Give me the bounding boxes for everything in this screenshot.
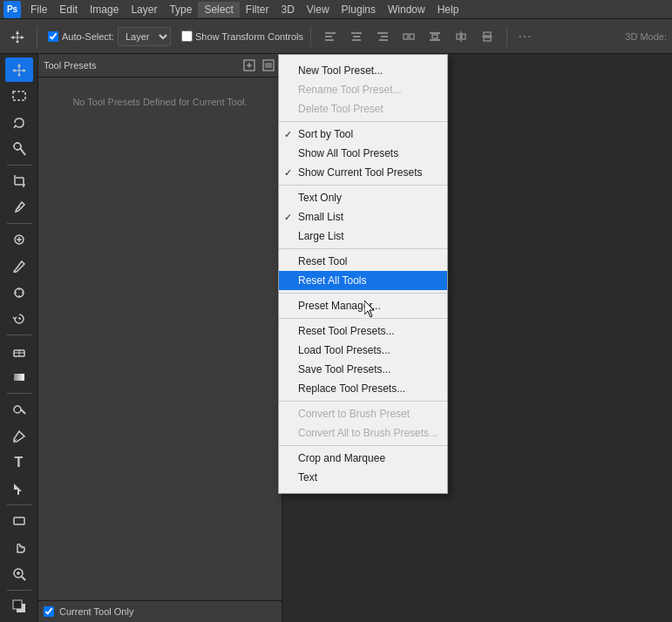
svg-rect-12 (430, 32, 440, 34)
tool-zoom[interactable] (5, 562, 33, 586)
gradient-icon (11, 369, 27, 385)
distribute-icon-4 (480, 30, 494, 44)
menu-item-5-3[interactable]: Replace Tool Presets... (279, 379, 447, 398)
menu-item-3-0[interactable]: Reset Tool (279, 252, 447, 271)
current-tool-only-checkbox[interactable] (44, 606, 54, 617)
tool-hand[interactable] (5, 535, 33, 559)
menu-view[interactable]: View (301, 2, 336, 17)
svg-line-49 (21, 409, 25, 414)
distribute-btn-3[interactable] (449, 24, 473, 49)
svg-rect-17 (462, 34, 465, 39)
menu-item-2-1[interactable]: ✓Small List (279, 207, 447, 226)
menu-filter[interactable]: Filter (240, 2, 275, 17)
menu-item-label: New Tool Preset... (298, 64, 383, 77)
tool-heal[interactable] (5, 227, 33, 252)
menu-plugins[interactable]: Plugins (336, 2, 382, 17)
magic-wand-icon (11, 141, 27, 157)
tool-crop[interactable] (5, 169, 33, 193)
menu-edit[interactable]: Edit (53, 2, 84, 17)
tool-sep-5 (7, 504, 31, 505)
tool-eraser[interactable] (5, 339, 33, 363)
menu-image[interactable]: Image (84, 2, 125, 17)
menu-item-0-0[interactable]: New Tool Preset... (279, 61, 447, 80)
transform-controls-group: Show Transform Controls (181, 30, 303, 42)
marquee-tool-icon (11, 88, 27, 104)
tool-pen[interactable] (5, 424, 33, 449)
3d-mode-label: 3D Mode: (625, 31, 667, 42)
preset-new-btn[interactable] (241, 57, 257, 73)
menu-3d[interactable]: 3D (275, 2, 300, 17)
menu-item-4-0[interactable]: Preset Manager... (279, 296, 447, 315)
menu-window[interactable]: Window (382, 2, 431, 17)
tool-marquee[interactable] (5, 84, 33, 108)
menu-help[interactable]: Help (431, 2, 465, 17)
menu-file[interactable]: File (24, 2, 53, 17)
menu-item-2-2[interactable]: Large List (279, 226, 447, 246)
auto-select-dropdown[interactable]: Layer Group (118, 27, 171, 46)
menu-item-label: Rename Tool Preset... (298, 84, 402, 96)
menu-item-5-2[interactable]: Save Tool Presets... (279, 360, 447, 379)
menu-item-6-1: Convert All to Brush Presets... (279, 423, 447, 443)
align-left-btn[interactable] (318, 24, 343, 49)
auto-select-group: Auto-Select: Layer Group (48, 27, 171, 46)
move-tool-button[interactable] (5, 24, 30, 49)
menu-item-label: Save Tool Presets... (298, 363, 391, 375)
align-right-btn[interactable] (370, 24, 395, 49)
menu-item-7-0[interactable]: Crop and Marquee (279, 449, 447, 468)
tool-shape[interactable] (5, 509, 33, 533)
distribute-icon-3 (454, 30, 468, 44)
preset-menu-btn[interactable] (261, 57, 276, 73)
tool-brush[interactable] (5, 254, 33, 278)
distribute-btn-1[interactable] (397, 24, 421, 49)
menu-group-4: Preset Manager... (279, 294, 447, 319)
menu-item-label: Small List (298, 211, 343, 223)
tool-foreground-bg[interactable] (5, 594, 33, 619)
options-toolbar: Auto-Select: Layer Group Show Transform … (0, 19, 672, 54)
menu-type[interactable]: Type (163, 2, 198, 17)
menu-item-2-0[interactable]: Text Only (279, 188, 447, 207)
auto-select-checkbox[interactable] (48, 31, 58, 42)
menu-item-3-1[interactable]: Reset All Tools (279, 271, 447, 290)
transform-checkbox[interactable] (181, 30, 193, 42)
menu-item-1-0[interactable]: ✓Sort by Tool (279, 125, 447, 144)
preset-footer: Current Tool Only (38, 600, 282, 622)
toolbar-sep-3 (506, 26, 507, 47)
menu-item-5-1[interactable]: Load Tool Presets... (279, 341, 447, 360)
svg-rect-13 (430, 39, 440, 41)
distribute-btn-4[interactable] (475, 24, 499, 49)
tool-lasso[interactable] (5, 110, 33, 134)
tool-path-select[interactable] (5, 477, 33, 501)
menu-group-2: Text Only✓Small ListLarge List (279, 186, 447, 249)
menu-item-7-1[interactable]: Text (279, 468, 447, 487)
tool-magic-wand[interactable] (5, 137, 33, 161)
svg-rect-5 (353, 36, 360, 37)
menu-item-1-1[interactable]: Show All Tool Presets (279, 144, 447, 163)
tool-dodge[interactable] (5, 397, 33, 422)
tool-sep-6 (7, 590, 31, 591)
preset-panel-title: Tool Presets (44, 60, 97, 71)
toolbar-more-btn[interactable]: ⋯ (514, 26, 535, 46)
preset-panel: Tool Presets (38, 54, 282, 622)
menu-item-5-0[interactable]: Reset Tool Presets... (279, 321, 447, 341)
tool-move[interactable] (5, 57, 33, 82)
menu-item-6-0: Convert to Brush Preset (279, 404, 447, 423)
svg-rect-10 (404, 34, 408, 39)
canvas-area: Tool Presets (38, 54, 672, 622)
brush-icon (11, 259, 27, 274)
align-center-btn[interactable] (344, 24, 369, 49)
svg-rect-51 (14, 517, 24, 524)
menu-layer[interactable]: Layer (125, 2, 163, 17)
tool-history[interactable] (5, 307, 33, 331)
tool-eyedropper[interactable] (5, 195, 33, 220)
tool-gradient[interactable] (5, 365, 33, 389)
menu-item-label: Sort by Tool (298, 128, 353, 140)
move-tool-icon (11, 62, 27, 78)
distribute-btn-2[interactable] (423, 24, 447, 49)
tool-clone[interactable] (5, 281, 33, 305)
crop-tool-icon (11, 173, 27, 189)
menu-select[interactable]: Select (198, 2, 239, 17)
menu-item-1-2[interactable]: ✓Show Current Tool Presets (279, 163, 447, 182)
menu-item-label: Crop and Marquee (298, 452, 385, 464)
menu-item-0-2: Delete Tool Preset (279, 99, 447, 118)
tool-text[interactable]: T (5, 450, 33, 475)
